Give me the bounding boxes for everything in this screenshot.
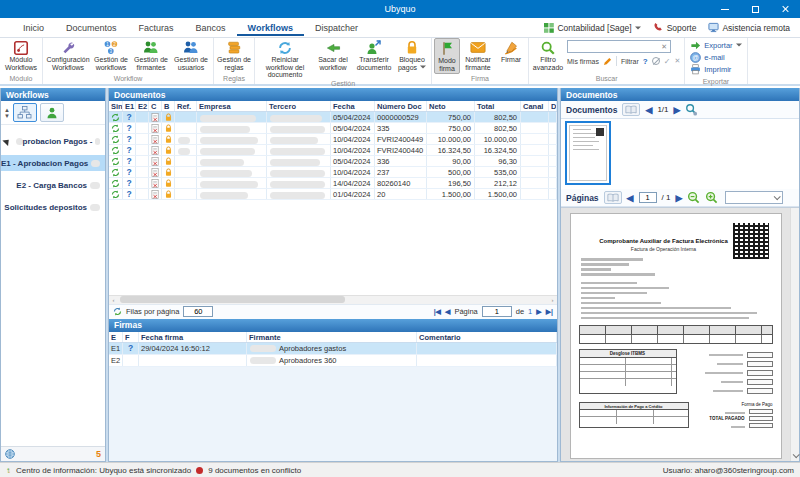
email-button[interactable]: @ e-mail xyxy=(690,52,741,63)
scroll-left-icon[interactable]: ‹ xyxy=(109,297,118,303)
tab-workflows[interactable]: Workflows xyxy=(237,19,304,36)
prev-page-icon[interactable]: ◀ xyxy=(445,308,450,316)
zoom-out-icon[interactable] xyxy=(687,191,700,204)
redacted-text xyxy=(178,137,190,144)
gestion-usuarios-button[interactable]: Gestión de usuarios xyxy=(171,38,211,74)
pages-view-button[interactable] xyxy=(604,191,622,204)
clear-search-icon[interactable]: ✕ xyxy=(658,43,670,51)
gestion-reglas-button[interactable]: Gestión de reglas xyxy=(216,38,252,74)
tree-item-e1-aprobacion-pagos[interactable]: E1 - Aprobacion Pagos xyxy=(1,155,105,171)
table-row[interactable]: 01/04/2024 20 1.500,00 1.500,00 xyxy=(109,189,557,200)
search-documents-icon[interactable] xyxy=(685,103,698,116)
globe-icon[interactable] xyxy=(5,449,15,459)
pending-question-icon xyxy=(123,189,136,199)
sacar-del-workflow-button[interactable]: Sacar del workflow xyxy=(313,38,353,79)
minimize-button[interactable] xyxy=(710,0,740,18)
invoice-party-lines xyxy=(571,282,781,320)
itbms-table: Desglose ITBMS xyxy=(579,349,677,394)
table-row[interactable]: 05/04/2024 335 750,00 802,50 xyxy=(109,123,557,134)
scroll-down-icon[interactable] xyxy=(792,451,799,458)
maximize-button[interactable] xyxy=(740,0,770,18)
table-row[interactable]: 10/04/2024 FVRI2400449 10.000,00 10.000,… xyxy=(109,134,557,145)
tab-bancos[interactable]: Bancos xyxy=(185,19,237,36)
preview-scrollbar[interactable] xyxy=(790,208,799,461)
exportar-button[interactable]: Exportar xyxy=(690,40,741,51)
tab-dispatcher[interactable]: Dispatcher xyxy=(304,19,369,36)
reiniciar-workflow-button[interactable]: Reiniciar workflow del documento xyxy=(257,38,313,79)
next-page-icon[interactable]: ▶ xyxy=(675,193,682,203)
sort-arrows-icon[interactable]: ▲▼ xyxy=(4,107,10,119)
scroll-right-icon[interactable]: › xyxy=(548,297,557,303)
gestion-workflows-button[interactable]: 123 Gestión de workflows xyxy=(91,38,131,74)
modo-firma-button[interactable]: Modo firma xyxy=(434,38,460,74)
zoom-in-icon[interactable] xyxy=(705,191,718,204)
notificar-firmante-button[interactable]: Notificar firmante xyxy=(460,38,496,74)
workflow-users-button[interactable] xyxy=(40,103,64,122)
ribbon-group-modulo: Módulo Workflows Módulo xyxy=(0,38,43,84)
prev-document-icon[interactable]: ◀ xyxy=(645,105,652,115)
rows-per-page-input[interactable] xyxy=(183,306,213,317)
conflicts-text[interactable]: 9 documentos en conflicto xyxy=(208,466,301,475)
document-preview[interactable]: Comprobante Auxiliar de Factura Electrón… xyxy=(561,208,790,461)
table-row[interactable]: 05/04/2024 336 90,00 96,30 xyxy=(109,156,557,167)
tab-facturas[interactable]: Facturas xyxy=(128,19,185,36)
pending-question-icon xyxy=(123,134,136,144)
gestion-firmantes-button[interactable]: Gestión de firmantes xyxy=(131,38,171,74)
table-row[interactable]: 10/04/2024 237 500,00 535,00 xyxy=(109,167,557,178)
table-row[interactable]: 10/04/2024 FVRI2400440 16.324,50 16.324,… xyxy=(109,145,557,156)
firmar-button[interactable]: Firmar xyxy=(496,38,526,74)
transferir-documento-button[interactable]: Transferir documento xyxy=(353,38,395,79)
filter-none-icon[interactable] xyxy=(652,57,660,65)
table-row[interactable]: 05/04/2024 0000000529 750,00 802,50 xyxy=(109,112,557,123)
tree-expander-icon[interactable] xyxy=(2,136,11,145)
filtro-avanzado-button[interactable]: Filtro avanzado xyxy=(531,38,565,74)
refresh-rows-icon[interactable] xyxy=(113,307,122,316)
first-page-icon[interactable]: |◀ xyxy=(434,308,441,316)
zoom-level-dropdown[interactable] xyxy=(725,191,783,204)
search-input[interactable] xyxy=(568,42,658,51)
asistencia-remota-button[interactable]: Asistencia remota xyxy=(708,22,790,33)
tree-item-solicitudes-depositos[interactable]: Solicitudes depositos xyxy=(1,199,105,215)
filtrar-button[interactable]: Filtrar xyxy=(621,58,639,65)
prev-page-icon[interactable]: ◀ xyxy=(627,193,634,203)
filter-accept-icon[interactable] xyxy=(664,57,671,66)
document-counter: 1/1 xyxy=(657,105,668,114)
workflow-tree-view-button[interactable] xyxy=(13,103,37,122)
close-icon xyxy=(781,5,789,13)
modulo-workflows-button[interactable]: Módulo Workflows xyxy=(2,38,40,74)
conflict-doc-icon xyxy=(149,145,162,155)
tree-item-e2-carga-bancos[interactable]: E2 - Carga Bancos xyxy=(1,177,105,193)
close-button[interactable] xyxy=(770,0,800,18)
document-thumbnail[interactable] xyxy=(565,121,611,185)
filter-unknown-icon[interactable] xyxy=(643,57,648,66)
tree-root-aprobacion-pagos[interactable]: probacion Pagos - xyxy=(1,133,105,149)
table-row[interactable]: 14/04/2024 80260140 196,50 212,12 xyxy=(109,178,557,189)
green-users-icon xyxy=(143,39,159,56)
page-number-input[interactable] xyxy=(482,306,512,317)
horizontal-scrollbar[interactable]: ‹ › xyxy=(109,295,557,304)
configuracion-workflows-button[interactable]: Configuración Workflows xyxy=(45,38,91,74)
documents-nav-label: Documentos xyxy=(566,105,617,115)
soporte-button[interactable]: Soporte xyxy=(653,22,697,33)
next-document-icon[interactable]: ▶ xyxy=(674,105,681,115)
imprimir-button[interactable]: Imprimir xyxy=(690,64,741,75)
workflow-tree: probacion Pagos - E1 - Aprobacion Pagos … xyxy=(1,125,105,446)
pen-small-icon[interactable] xyxy=(603,57,612,66)
next-page-icon[interactable]: ▶ xyxy=(536,308,541,316)
thumbnails-view-button[interactable] xyxy=(622,103,640,116)
tab-documentos[interactable]: Documentos xyxy=(55,19,128,36)
invoice-header-lines xyxy=(571,258,781,276)
filter-clear-icon[interactable] xyxy=(674,57,680,65)
redacted-text xyxy=(95,138,100,145)
last-page-icon[interactable]: ▶| xyxy=(546,308,553,316)
firma-row[interactable]: E1 29/04/2024 16:50:12 Aprobadores gasto… xyxy=(109,343,557,355)
preview-panel: Documentos Documentos ◀ 1/1 ▶ xyxy=(560,88,800,462)
current-page-input[interactable] xyxy=(639,192,657,203)
contabilidad-menu[interactable]: Contabilidad [Sage] xyxy=(544,23,640,33)
bloqueo-pagos-button[interactable]: Bloqueo pagos xyxy=(395,38,429,79)
email-globe-icon: @ xyxy=(690,52,701,63)
tab-inicio[interactable]: Inicio xyxy=(12,19,55,36)
firma-row[interactable]: E2 Aprobadores 360 xyxy=(109,355,557,367)
mis-firmas-button[interactable]: Mis firmas xyxy=(567,58,599,65)
scrollbar-thumb[interactable] xyxy=(120,296,345,303)
